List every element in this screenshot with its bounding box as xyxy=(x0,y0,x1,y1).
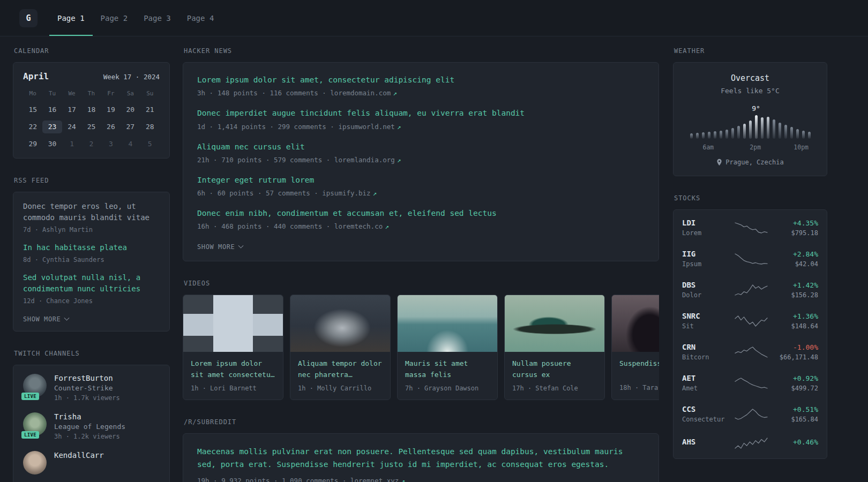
tab-page-4[interactable]: Page 4 xyxy=(179,0,222,36)
stock-symbol: AHS xyxy=(682,438,734,446)
channel-name[interactable]: Trisha xyxy=(54,412,125,421)
calendar-day: 30 xyxy=(42,138,62,150)
hn-story-link[interactable]: Donec imperdiet augue tincidunt felis al… xyxy=(197,108,645,118)
external-link-icon[interactable]: ↗ xyxy=(397,156,401,164)
hn-story-meta-text: 16h · 468 points · 440 comments · loremt… xyxy=(197,222,383,230)
avatar xyxy=(23,451,47,475)
rss-item: Donec tempor eros leo, ut commodo mauris… xyxy=(23,201,160,234)
calendar-day: 27 xyxy=(121,120,140,133)
tab-page-1[interactable]: Page 1 xyxy=(49,0,93,36)
rss-item-link[interactable]: Donec tempor eros leo, ut commodo mauris… xyxy=(23,201,160,223)
rss-item-meta: 12d · Chance Jones xyxy=(23,297,160,305)
stock-row[interactable]: DBS Dolor +1.42% $156.28 xyxy=(674,274,827,305)
hn-story-link[interactable]: Lorem ipsum dolor sit amet, consectetur … xyxy=(197,74,645,85)
stock-name: Bitcorn xyxy=(682,353,734,361)
hn-story: Lorem ipsum dolor sit amet, consectetur … xyxy=(197,74,645,97)
weather-hourly-bar-chart: 9° xyxy=(685,114,815,139)
calendar-section: CALENDAR April Week 17 · 2024 Mo Tu We T… xyxy=(13,47,170,159)
stock-name: Dolor xyxy=(682,291,734,299)
external-link-icon[interactable]: ↗ xyxy=(393,89,397,97)
video-thumbnail[interactable] xyxy=(183,295,283,352)
video-title-link[interactable]: Suspendisse diam xyxy=(619,358,659,380)
calendar-day: 17 xyxy=(62,103,81,116)
video-thumbnail[interactable] xyxy=(290,295,390,352)
video-thumbnail[interactable] xyxy=(398,295,497,352)
stock-change: +4.35% xyxy=(769,219,818,227)
video-thumbnail[interactable] xyxy=(505,295,604,352)
calendar-day: 18 xyxy=(81,103,101,116)
app-logo[interactable]: G xyxy=(19,9,38,27)
weekday-header: Sa xyxy=(121,90,140,99)
stock-row[interactable]: IIG Ipsum +2.84% $42.04 xyxy=(674,243,827,274)
weather-location: Prague, Czechia xyxy=(682,159,818,166)
twitch-channel[interactable]: LIVE Trisha League of Legends 3h · 1.2k … xyxy=(23,412,160,440)
video-card[interactable]: Mauris sit amet massa felis 7h · Grayson… xyxy=(397,295,498,400)
stock-symbol: SNRC xyxy=(682,312,734,320)
stock-row[interactable]: SNRC Sit +1.36% $148.64 xyxy=(674,305,827,336)
chevron-down-icon xyxy=(238,243,244,248)
rss-item-link[interactable]: In hac habitasse platea xyxy=(23,242,160,253)
external-link-icon[interactable]: ↗ xyxy=(397,123,401,131)
calendar-day-outside: 1 xyxy=(62,138,81,150)
video-thumbnail[interactable] xyxy=(612,295,659,352)
channel-viewers: 3h · 1.2k viewers xyxy=(54,433,125,440)
weekday-header: Mo xyxy=(23,90,42,99)
stocks-section: STOCKS LDI Lorem +4.35% $795.18 IIG xyxy=(673,194,827,459)
calendar-day: 28 xyxy=(140,120,160,133)
stock-change: +2.84% xyxy=(769,250,818,258)
rss-item-link[interactable]: Sed volutpat nulla nisl, a condimentum n… xyxy=(23,272,160,295)
video-card[interactable]: Suspendisse diam 18h · Tara xyxy=(611,295,659,400)
hn-story: Integer eget rutrum lorem 6h · 60 points… xyxy=(197,175,645,197)
video-card[interactable]: Aliquam tempor dolor nec pharetra… 1h · … xyxy=(290,295,391,400)
hn-story-link[interactable]: Integer eget rutrum lorem xyxy=(197,175,645,185)
video-title-link[interactable]: Aliquam tempor dolor nec pharetra… xyxy=(298,358,383,380)
hn-story: Donec imperdiet augue tincidunt felis al… xyxy=(197,108,645,130)
stock-price: $165.84 xyxy=(769,416,818,423)
calendar-day-selected: 23 xyxy=(42,120,62,133)
chevron-down-icon xyxy=(64,315,70,320)
hn-show-more-button[interactable]: SHOW MORE xyxy=(197,243,243,251)
video-meta: 7h · Grayson Dawson xyxy=(405,385,490,392)
stock-sparkline xyxy=(734,407,769,421)
hn-story-meta: 1d · 1,414 points · 299 comments · ipsum… xyxy=(197,123,645,131)
peak-temperature-label: 9° xyxy=(752,104,760,112)
stock-row[interactable]: AHS +0.46% xyxy=(674,430,827,456)
weekday-header: Tu xyxy=(42,90,62,99)
twitch-channel[interactable]: KendallCarr xyxy=(23,451,160,475)
weekday-header: Su xyxy=(140,90,160,99)
tab-page-3[interactable]: Page 3 xyxy=(136,0,179,36)
rss-show-more-button[interactable]: SHOW MORE xyxy=(23,315,69,323)
stock-row[interactable]: CRN Bitcorn -1.00% $66,171.48 xyxy=(674,336,827,367)
external-link-icon[interactable]: ↗ xyxy=(401,477,405,482)
twitch-widget: LIVE ForrestBurton Counter-Strike 1h · 1… xyxy=(13,365,170,482)
twitch-channel[interactable]: LIVE ForrestBurton Counter-Strike 1h · 1… xyxy=(23,374,160,402)
external-link-icon[interactable]: ↗ xyxy=(385,222,389,230)
video-card[interactable]: Nullam posuere cursus ex 17h · Stefan Co… xyxy=(504,295,605,400)
tab-page-2[interactable]: Page 2 xyxy=(93,0,136,36)
stock-symbol: CRN xyxy=(682,343,734,351)
channel-name[interactable]: KendallCarr xyxy=(54,451,104,460)
hn-story-link[interactable]: Donec enim nibh, condimentum et accumsan… xyxy=(197,208,645,219)
external-link-icon[interactable]: ↗ xyxy=(373,189,377,197)
rss-widget: Donec tempor eros leo, ut commodo mauris… xyxy=(13,192,170,332)
stock-row[interactable]: AET Amet +0.92% $499.72 xyxy=(674,367,827,398)
video-card[interactable]: Lorem ipsum dolor sit amet consectetu… 1… xyxy=(183,295,283,400)
video-title-link[interactable]: Mauris sit amet massa felis xyxy=(405,358,490,380)
stock-symbol: LDI xyxy=(682,219,734,227)
live-badge: LIVE xyxy=(21,431,39,439)
weather-condition: Overcast xyxy=(682,73,818,83)
video-title-link[interactable]: Lorem ipsum dolor sit amet consectetu… xyxy=(191,358,275,380)
hn-story-link[interactable]: Aliquam nec cursus elit xyxy=(197,141,645,152)
calendar-day-outside: 2 xyxy=(81,138,101,150)
stock-change: +1.36% xyxy=(769,312,818,320)
avatar: LIVE xyxy=(23,374,47,397)
stock-symbol: DBS xyxy=(682,281,734,289)
calendar-day: 25 xyxy=(81,120,101,133)
reddit-post-link[interactable]: Maecenas mollis pulvinar erat non posuer… xyxy=(197,446,645,471)
stock-row[interactable]: CCS Consectetur +0.51% $165.84 xyxy=(674,398,827,430)
hn-story-meta: 3h · 148 points · 116 comments · loremdo… xyxy=(197,89,645,97)
rss-item: Sed volutpat nulla nisl, a condimentum n… xyxy=(23,272,160,305)
video-title-link[interactable]: Nullam posuere cursus ex xyxy=(512,358,597,380)
stock-row[interactable]: LDI Lorem +4.35% $795.18 xyxy=(674,212,827,243)
channel-name[interactable]: ForrestBurton xyxy=(54,374,120,382)
